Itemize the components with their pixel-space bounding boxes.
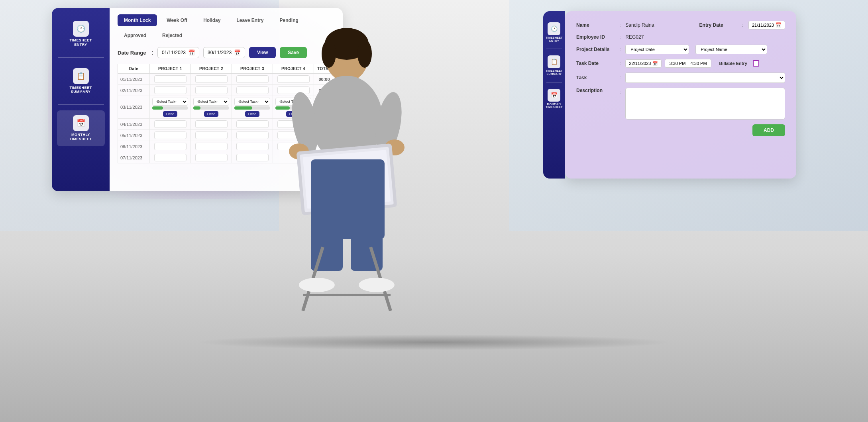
project-details-colon: : xyxy=(619,47,621,52)
rs-entry-icon: 🕐 xyxy=(548,22,560,35)
p4-input-6[interactable] xyxy=(277,143,310,150)
task-date-label: Task Date xyxy=(576,61,616,66)
add-btn-row: ADD xyxy=(576,124,785,136)
p2-cell-1 xyxy=(191,74,232,85)
description-label: Description xyxy=(576,88,616,93)
desc-btn-p3[interactable]: Desc xyxy=(245,111,260,117)
task-select-main[interactable] xyxy=(625,73,785,83)
right-panel: 🕐 TIMESHEETENTRY 📋 TIMESHEETSUMMARY 📅 MO… xyxy=(565,11,796,179)
p1-input-4[interactable] xyxy=(154,120,187,128)
rs-monthly-label: MONTHLYTIMESHEET xyxy=(546,103,563,109)
p1-input-2[interactable] xyxy=(154,86,187,94)
desc-btn-p1[interactable]: Desc xyxy=(163,111,178,117)
tab-month-lock[interactable]: Month Lock xyxy=(118,14,157,26)
calendar-end-icon: 📅 xyxy=(234,49,241,56)
tab-rejected[interactable]: Rejected xyxy=(156,29,189,41)
p1-cell-3: -Select Task- Desc xyxy=(150,96,191,119)
sidebar-divider-2 xyxy=(58,104,104,105)
calendar-start-icon: 📅 xyxy=(188,49,195,56)
p1-cell-5 xyxy=(150,130,191,141)
p1-cell-6 xyxy=(150,141,191,152)
p2-input-6[interactable] xyxy=(195,143,228,150)
sidebar-item-monthly-timesheet[interactable]: 📅 MONTHLYTIMESHEET xyxy=(57,110,105,146)
progress-fill-p4 xyxy=(275,106,290,110)
task-date-colon: : xyxy=(619,61,621,66)
description-textarea[interactable] xyxy=(625,88,785,120)
desc-btn-p2[interactable]: Desc xyxy=(204,111,219,117)
p4-input-5[interactable] xyxy=(277,132,310,139)
timesheet-entry-icon: 🕐 xyxy=(73,21,89,37)
p1-input-1[interactable] xyxy=(154,75,187,83)
task-select-p2-3[interactable]: -Select Task- xyxy=(193,98,229,106)
sidebar-label-monthly: MONTHLYTIMESHEET xyxy=(69,133,92,141)
tab-leave-entry[interactable]: Leave Entry xyxy=(230,14,270,26)
rs-item-summary[interactable]: 📋 TIMESHEETSUMMARY xyxy=(544,52,564,79)
rs-item-entry[interactable]: 🕐 TIMESHEETENTRY xyxy=(544,19,564,45)
project-date-select[interactable]: Project Date xyxy=(625,45,689,54)
p3-input-6[interactable] xyxy=(236,143,269,150)
col-header-p4: PROJECT 4 xyxy=(273,64,314,74)
date-cell-5: 05/11/2023 xyxy=(118,130,150,141)
p4-input-2[interactable] xyxy=(277,86,310,94)
time-range-input[interactable]: 3:30 PM – 4:30 PM xyxy=(665,59,711,68)
total-cell-2: 00:00 xyxy=(314,85,335,96)
entry-date-input[interactable]: 21/11/2023 📅 xyxy=(748,21,785,29)
p1-cell-7 xyxy=(150,152,191,163)
task-select-p3-3[interactable]: -Select Task- xyxy=(234,98,270,106)
p1-input-6[interactable] xyxy=(154,143,187,150)
task-date-row: Task Date : 22/11/2023 📅 3:30 PM – 4:30 … xyxy=(576,59,785,68)
task-select-p1-3[interactable]: -Select Task- xyxy=(152,98,188,106)
p3-input-2[interactable] xyxy=(236,86,269,94)
time-range-value: 3:30 PM – 4:30 PM xyxy=(669,61,707,66)
p3-cell-2 xyxy=(232,85,273,96)
p1-input-7[interactable] xyxy=(154,154,187,161)
p4-cell-5 xyxy=(273,130,314,141)
content-area: Month Lock Week Off Holiday Leave Entry … xyxy=(110,8,343,191)
nav-tabs: Month Lock Week Off Holiday Leave Entry … xyxy=(118,14,335,41)
p4-input-1[interactable] xyxy=(277,75,310,83)
project-name-select[interactable]: Project Name xyxy=(695,45,767,54)
date-end-input[interactable]: 30/11/2023 📅 xyxy=(203,47,245,58)
tab-holiday[interactable]: Holiday xyxy=(197,14,227,26)
tab-pending[interactable]: Pending xyxy=(273,14,305,26)
rs-divider-1 xyxy=(546,49,562,49)
employee-id-colon: : xyxy=(619,34,621,40)
billable-checkbox[interactable] xyxy=(753,60,759,67)
task-colon: : xyxy=(619,75,621,80)
p4-input-4[interactable] xyxy=(277,120,310,128)
sidebar-item-timesheet-summary[interactable]: 📋 TIMESHEETSUMMARY xyxy=(57,63,105,99)
name-label: Name xyxy=(576,22,616,28)
date-start-input[interactable]: 01/11/2023 📅 xyxy=(157,47,199,58)
rs-item-monthly[interactable]: 📅 MONTHLYTIMESHEET xyxy=(544,86,564,112)
desc-btn-p4[interactable]: Desc xyxy=(286,111,301,117)
p2-input-1[interactable] xyxy=(195,75,228,83)
p2-cell-3: -Select Task- Desc xyxy=(191,96,232,119)
p2-input-7[interactable] xyxy=(195,154,228,161)
p2-input-4[interactable] xyxy=(195,120,228,128)
p3-input-5[interactable] xyxy=(236,132,269,139)
entry-date-value: 21/11/2023 xyxy=(752,23,774,27)
view-button[interactable]: View xyxy=(249,47,276,58)
p3-input-4[interactable] xyxy=(236,120,269,128)
table-row: 02/11/2023 00:00 xyxy=(118,85,335,96)
tab-approved[interactable]: Approved xyxy=(118,29,153,41)
p3-cell-3: -Select Task- Desc xyxy=(232,96,273,119)
add-button[interactable]: ADD xyxy=(752,124,785,136)
task-select-p4-3[interactable]: -Select Task- xyxy=(275,98,311,106)
p2-input-2[interactable] xyxy=(195,86,228,94)
sidebar-label-summary: TIMESHEETSUMMARY xyxy=(69,86,92,94)
p1-input-5[interactable] xyxy=(154,132,187,139)
sidebar-item-timesheet-entry[interactable]: 🕐 TIMESHEETENTRY xyxy=(57,16,105,52)
rs-monthly-icon: 📅 xyxy=(548,89,560,102)
project-details-label: Project Details xyxy=(576,47,616,52)
p2-input-5[interactable] xyxy=(195,132,228,139)
p3-input-7[interactable] xyxy=(236,154,269,161)
p2-cell-4 xyxy=(191,119,232,130)
total-cell-5 xyxy=(314,130,335,141)
save-button[interactable]: Save xyxy=(280,47,307,58)
task-date-input[interactable]: 22/11/2023 📅 xyxy=(625,59,662,68)
p3-input-1[interactable] xyxy=(236,75,269,83)
task-date-cal-icon: 📅 xyxy=(652,61,658,66)
tab-week-off[interactable]: Week Off xyxy=(160,14,194,26)
p3-cell-4 xyxy=(232,119,273,130)
